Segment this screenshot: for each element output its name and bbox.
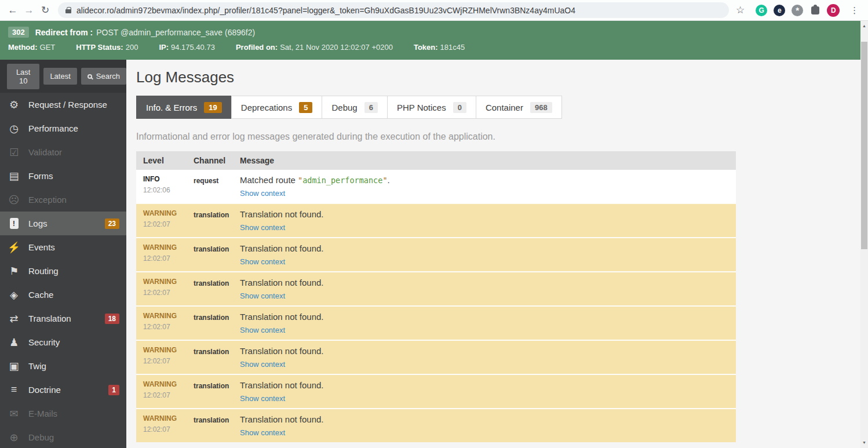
sidebar-item-label: Debug: [28, 432, 54, 442]
scrollbar-up-arrow-icon[interactable]: ▲: [860, 22, 868, 30]
sidebar-item-routing[interactable]: ⚑ Routing: [0, 259, 126, 283]
column-header-level: Level: [136, 151, 187, 170]
log-time: 12:02:07: [143, 391, 180, 399]
log-time: 12:02:07: [143, 289, 180, 297]
sidebar-item-security[interactable]: ♟ Security: [0, 330, 126, 354]
http-status-badge: 302: [8, 27, 29, 38]
sidebar-item-label: Twig: [28, 361, 46, 371]
tab-info-errors[interactable]: Info. & Errors 19: [136, 96, 232, 119]
sidebar-item-label: Doctrine: [28, 385, 61, 395]
profile-avatar[interactable]: D: [827, 4, 840, 17]
back-icon[interactable]: ←: [5, 5, 21, 16]
scrollbar-down-arrow-icon[interactable]: ▼: [860, 439, 868, 447]
tab-container[interactable]: Container 968: [476, 96, 562, 119]
log-level: WARNING: [143, 414, 180, 422]
tab-count-badge: 5: [299, 102, 312, 113]
search-icon: [87, 74, 92, 79]
sidebar-item-request-response[interactable]: ⚙ Request / Response: [0, 93, 126, 116]
tab-count-badge: 0: [453, 102, 466, 113]
method-field: Method:GET: [8, 43, 55, 52]
sidebar-item-events[interactable]: ⚡ Events: [0, 235, 126, 259]
token-field: Token:181c45: [414, 43, 465, 52]
show-context-link[interactable]: Show context: [240, 326, 285, 334]
tab-count-badge: 6: [364, 102, 378, 113]
translation-count-badge: 18: [105, 314, 119, 324]
tab-count-badge: 19: [204, 102, 221, 113]
show-context-link[interactable]: Show context: [240, 394, 285, 403]
table-header-row: Level Channel Message: [136, 151, 736, 170]
pinwheel-extension-icon[interactable]: *: [792, 5, 803, 16]
redirect-label: Redirect from :: [35, 28, 93, 37]
sidebar-item-label: Translation: [28, 314, 71, 323]
log-time: 12:02:07: [143, 254, 180, 263]
tab-php-notices[interactable]: PHP Notices 0: [387, 96, 476, 119]
url-text[interactable]: alidecor.ro/admin972bevmax/index.php/_pr…: [76, 6, 575, 15]
browser-menu-icon[interactable]: ⋮: [847, 5, 862, 16]
sidebar-item-validator[interactable]: ☑ Validator: [0, 140, 126, 164]
log-level: WARNING: [143, 278, 180, 286]
sidebar-item-label: Routing: [28, 266, 59, 276]
log-time: 12:02:06: [143, 186, 180, 194]
address-bar[interactable]: alidecor.ro/admin972bevmax/index.php/_pr…: [58, 2, 729, 18]
sidebar-item-twig[interactable]: ▣ Twig: [0, 354, 126, 378]
log-row: WARNING 12:02:07 translation Translation…: [136, 374, 736, 409]
forward-icon[interactable]: →: [21, 5, 37, 16]
sidebar-item-label: E-Mails: [28, 409, 57, 418]
clipboard-icon: ▤: [7, 170, 21, 183]
log-channel: translation: [194, 348, 229, 356]
tab-deprecations[interactable]: Deprecations 5: [231, 96, 323, 119]
target-icon: ⊕: [7, 431, 21, 444]
reload-icon[interactable]: ↻: [37, 4, 53, 16]
sidebar-item-label: Request / Response: [28, 100, 107, 110]
last-10-button[interactable]: Last 10: [7, 64, 39, 89]
log-message: Translation not found.: [240, 209, 729, 219]
log-message: Translation not found.: [240, 312, 729, 322]
sidebar-item-translation[interactable]: ⇄ Translation 18: [0, 307, 126, 330]
column-header-message: Message: [233, 151, 736, 170]
log-level: WARNING: [143, 312, 180, 320]
http-status-field: HTTP Status:200: [76, 43, 138, 52]
show-context-link[interactable]: Show context: [240, 223, 285, 232]
log-row: WARNING 12:02:07 translation Translation…: [136, 306, 736, 340]
tab-debug[interactable]: Debug 6: [322, 96, 387, 119]
search-button[interactable]: Search: [81, 68, 126, 85]
log-message: Translation not found.: [240, 243, 729, 253]
extensions-puzzle-icon[interactable]: [811, 6, 819, 14]
sidebar-item-debug[interactable]: ⊕ Debug: [0, 425, 126, 448]
log-level: WARNING: [143, 380, 180, 388]
sidebar-item-emails[interactable]: ✉ E-Mails: [0, 402, 126, 425]
sidebar-item-label: Events: [28, 242, 55, 252]
show-context-link[interactable]: Show context: [240, 257, 285, 266]
log-tabs: Info. & Errors 19 Deprecations 5 Debug 6…: [136, 96, 868, 119]
sidebar-item-forms[interactable]: ▤ Forms: [0, 164, 126, 188]
e-extension-icon[interactable]: e: [774, 5, 785, 16]
bookmark-star-icon[interactable]: ☆: [736, 4, 745, 16]
show-context-link[interactable]: Show context: [240, 189, 285, 198]
sidebar-item-cache[interactable]: ◈ Cache: [0, 283, 126, 307]
sidebar-item-label: Forms: [28, 171, 53, 181]
scrollbar-thumb[interactable]: [861, 42, 867, 249]
log-messages-panel: Log Messages Info. & Errors 19 Deprecati…: [126, 60, 868, 448]
ghost-icon: ☹: [7, 194, 21, 206]
grammarly-extension-icon[interactable]: G: [756, 5, 767, 16]
extensions-row: G e * D ⋮: [749, 4, 862, 17]
ip-field: IP:94.175.40.73: [159, 43, 215, 52]
sidebar-item-logs[interactable]: ! Logs 23: [0, 212, 126, 235]
window-icon: ▣: [7, 360, 21, 373]
tab-count-badge: 968: [530, 102, 552, 113]
show-context-link[interactable]: Show context: [240, 292, 285, 300]
log-level: WARNING: [143, 243, 180, 252]
envelope-icon: ✉: [7, 407, 21, 420]
log-channel: translation: [194, 382, 229, 390]
sidebar-item-performance[interactable]: ◷ Performance: [0, 116, 126, 140]
vertical-scrollbar[interactable]: ▲ ▼: [860, 21, 868, 448]
translate-icon: ⇄: [7, 312, 21, 325]
show-context-link[interactable]: Show context: [240, 360, 285, 369]
log-row: WARNING 12:02:07 translation Translation…: [136, 340, 736, 374]
logs-count-badge: 23: [105, 218, 119, 229]
browser-toolbar: ← → ↻ alidecor.ro/admin972bevmax/index.p…: [0, 0, 868, 21]
sidebar-item-exception[interactable]: ☹ Exception: [0, 188, 126, 212]
latest-button[interactable]: Latest: [43, 68, 76, 85]
show-context-link[interactable]: Show context: [240, 428, 285, 437]
sidebar-item-doctrine[interactable]: ≡ Doctrine 1: [0, 378, 126, 402]
